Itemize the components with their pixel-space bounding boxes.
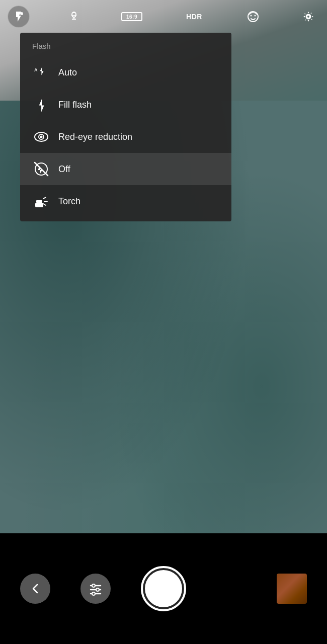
- mic-button[interactable]: [63, 6, 85, 28]
- svg-rect-20: [35, 203, 43, 207]
- svg-point-10: [251, 15, 252, 16]
- hdr-button[interactable]: HDR: [179, 6, 209, 28]
- face-retouch-button[interactable]: [242, 6, 264, 28]
- settings-button[interactable]: [297, 6, 319, 28]
- bottom-bar: [0, 533, 327, 644]
- flash-menu: Flash A Auto Fill flash: [20, 33, 231, 221]
- flash-option-redeye[interactable]: Red-eye reduction: [20, 121, 231, 153]
- torch-label: Torch: [58, 196, 80, 207]
- svg-line-23: [43, 204, 46, 205]
- flash-option-fill[interactable]: Fill flash: [20, 89, 231, 121]
- flash-fill-label: Fill flash: [58, 100, 92, 110]
- svg-text:16:9: 16:9: [126, 14, 137, 20]
- flash-option-off[interactable]: Off: [20, 153, 231, 185]
- spacer-right: [216, 574, 247, 604]
- shutter-button[interactable]: [141, 566, 186, 611]
- flash-option-torch[interactable]: Torch: [20, 185, 231, 217]
- back-button[interactable]: [20, 574, 50, 604]
- camera-background: 16:9 HDR: [0, 0, 327, 644]
- flash-option-auto[interactable]: A Auto: [20, 56, 231, 89]
- flash-menu-title: Flash: [20, 33, 231, 56]
- ratio-button[interactable]: 16:9: [118, 6, 146, 28]
- gallery-thumbnail[interactable]: [277, 574, 307, 604]
- flash-redeye-label: Red-eye reduction: [58, 132, 132, 142]
- svg-point-27: [96, 588, 99, 591]
- flash-off-icon: [32, 160, 50, 178]
- svg-text:HDR: HDR: [186, 13, 202, 21]
- svg-text:A: A: [34, 67, 38, 72]
- svg-point-29: [92, 592, 95, 595]
- svg-rect-19: [36, 200, 42, 203]
- torch-icon: [32, 192, 50, 210]
- flash-auto-label: Auto: [58, 67, 77, 78]
- svg-line-22: [43, 197, 46, 199]
- filters-button[interactable]: [80, 574, 111, 604]
- svg-point-11: [255, 15, 256, 16]
- svg-point-16: [40, 136, 43, 138]
- shutter-inner: [145, 570, 182, 607]
- flash-off-label: Off: [58, 164, 70, 175]
- auto-flash-icon: A: [32, 63, 50, 82]
- svg-point-12: [307, 15, 310, 18]
- svg-point-25: [92, 584, 95, 587]
- fill-flash-icon: [32, 96, 50, 114]
- camera-toolbar: 16:9 HDR: [0, 0, 327, 33]
- flash-button[interactable]: [8, 6, 30, 28]
- red-eye-icon: [32, 128, 50, 146]
